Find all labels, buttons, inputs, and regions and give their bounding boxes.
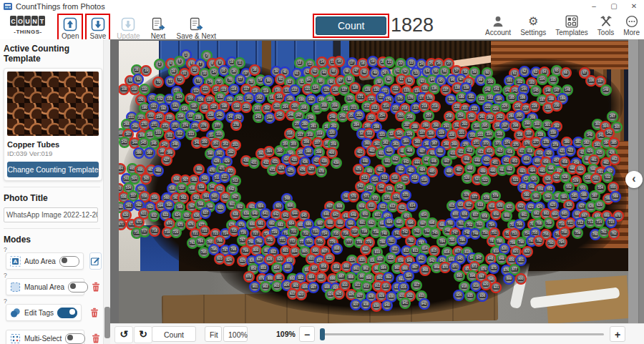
count-tag[interactable]: 809 (360, 244, 371, 255)
count-tag[interactable]: 793 (545, 237, 557, 249)
count-tag[interactable]: 770 (264, 235, 275, 246)
toolbar-button-save-next[interactable]: Save & Next (172, 14, 221, 42)
count-tag[interactable]: 90 (383, 74, 394, 85)
count-tag[interactable]: 689 (334, 217, 346, 229)
count-tag[interactable]: 794 (556, 237, 567, 248)
count-tag[interactable]: 921 (490, 282, 502, 293)
count-tag[interactable]: 478 (316, 166, 327, 177)
count-tag[interactable]: 824 (223, 255, 235, 266)
count-tag[interactable]: 312 (174, 128, 185, 139)
count-tag[interactable]: 901 (249, 281, 260, 293)
hundred-percent-button[interactable]: 100% (223, 326, 248, 342)
count-tag[interactable]: 934 (453, 290, 464, 301)
count-tag[interactable]: 575 (400, 190, 411, 201)
count-tag[interactable]: 511 (219, 172, 230, 183)
count-tag[interactable]: 717 (139, 226, 150, 237)
count-tag[interactable]: 80 (263, 75, 274, 87)
count-tag[interactable]: 925 (333, 288, 345, 300)
toolbar-button-more[interactable]: More (623, 15, 640, 36)
count-tag[interactable]: 427 (161, 154, 172, 166)
count-tag[interactable]: 116 (228, 84, 240, 95)
count-tag[interactable]: 940 (381, 300, 393, 311)
count-tag[interactable]: 243 (253, 112, 264, 123)
count-tag[interactable]: 586 (578, 190, 590, 201)
close-button[interactable]: ✕ (624, 0, 644, 13)
manual-area-toggle[interactable] (68, 282, 88, 293)
count-tag[interactable]: 900 (515, 273, 527, 285)
count-tag[interactable]: 715 (605, 217, 617, 228)
photo-canvas[interactable]: 1234567891011121314151617181920212223242… (119, 41, 628, 323)
count-button[interactable]: Count (316, 16, 386, 35)
count-tag[interactable]: 454 (521, 154, 532, 165)
change-counting-template-button[interactable]: Change Counting Template (7, 162, 99, 177)
count-tag[interactable]: 254 (376, 110, 388, 122)
count-tag[interactable]: 245 (274, 109, 286, 121)
count-tag[interactable]: 637 (200, 207, 211, 219)
count-tag[interactable]: 406 (404, 145, 415, 157)
count-tag[interactable]: 104 (537, 74, 548, 85)
count-tag[interactable]: 70 (152, 77, 164, 88)
count-review-button[interactable]: Count Review (152, 326, 196, 342)
count-tag[interactable]: 720 (170, 227, 182, 238)
count-tag[interactable]: 386 (133, 147, 145, 159)
count-tag[interactable]: 600 (215, 202, 226, 214)
toolbar-button-save[interactable]: Save (85, 14, 110, 42)
count-tag[interactable]: 208 (318, 100, 330, 112)
count-tag[interactable]: 722 (199, 225, 210, 237)
count-tag[interactable]: 855 (282, 262, 293, 273)
count-tag[interactable]: 868 (419, 265, 431, 276)
count-tag[interactable]: 329 (436, 127, 447, 139)
toolbar-button-open[interactable]: Open (57, 14, 83, 42)
count-tag[interactable]: 276 (198, 120, 210, 132)
count-tag[interactable]: 941 (399, 298, 411, 309)
count-tag[interactable]: 759 (572, 227, 583, 239)
count-tag[interactable]: 762 (608, 228, 620, 240)
count-tag[interactable]: 738 (358, 226, 370, 237)
delete-manual-area-button[interactable] (90, 279, 102, 295)
count-tag[interactable]: 875 (488, 262, 499, 274)
count-tag[interactable]: 316 (284, 128, 296, 139)
toolbar-button-settings[interactable]: ⚙Settings (520, 15, 546, 36)
count-tag[interactable]: 331 (456, 127, 467, 139)
panel-collapse-chevron-button[interactable]: ‹ (625, 171, 643, 188)
count-tag[interactable]: 581 (530, 191, 542, 202)
count-tag[interactable]: 343 (119, 137, 130, 148)
count-tag[interactable]: 589 (610, 191, 621, 202)
count-tag[interactable]: 638 (230, 209, 241, 220)
count-tag[interactable]: 176 (405, 92, 416, 104)
help-marker[interactable]: ? (4, 246, 7, 253)
count-tag[interactable]: 267 (607, 111, 618, 122)
count-tag[interactable]: 808 (331, 243, 343, 255)
count-tag[interactable]: 350 (199, 137, 210, 148)
count-tag[interactable]: 659 (490, 209, 502, 220)
count-tag[interactable]: 113 (200, 84, 211, 95)
count-tag[interactable]: 899 (503, 273, 514, 285)
count-tag[interactable]: 110 (139, 84, 150, 95)
toolbar-button-next[interactable]: Next (147, 14, 170, 42)
count-tag[interactable]: 435 (288, 154, 300, 166)
count-tag[interactable]: 942 (419, 298, 430, 310)
count-tag[interactable]: 632 (148, 210, 160, 222)
count-tag[interactable]: 21 (384, 56, 395, 68)
zoom-in-button[interactable]: + (610, 326, 625, 342)
count-tag[interactable]: 938 (360, 299, 371, 310)
count-tag[interactable]: 468 (152, 165, 164, 177)
toolbar-button-templates[interactable]: Templates (555, 15, 588, 36)
zoom-slider-track[interactable] (321, 333, 604, 335)
count-tag[interactable]: 228 (529, 101, 540, 112)
count-tag[interactable]: 629 (594, 200, 605, 211)
count-tag[interactable]: 431 (248, 157, 260, 169)
count-tag[interactable]: 62 (519, 66, 530, 77)
count-tag[interactable]: 936 (477, 290, 488, 302)
count-tag[interactable]: 505 (140, 173, 152, 185)
delete-edit-tags-button[interactable] (87, 305, 102, 320)
multi-select-toggle[interactable] (65, 333, 85, 344)
zoom-out-button[interactable]: − (299, 326, 315, 342)
delete-multi-select-button[interactable] (90, 330, 102, 344)
count-tag[interactable]: 614 (406, 200, 418, 212)
help-marker[interactable]: ? (4, 272, 7, 279)
count-tag[interactable]: 492 (504, 164, 515, 175)
count-tag[interactable]: 162 (254, 92, 265, 104)
count-tag[interactable]: 310 (152, 127, 164, 139)
count-tag[interactable]: 124 (310, 82, 321, 94)
